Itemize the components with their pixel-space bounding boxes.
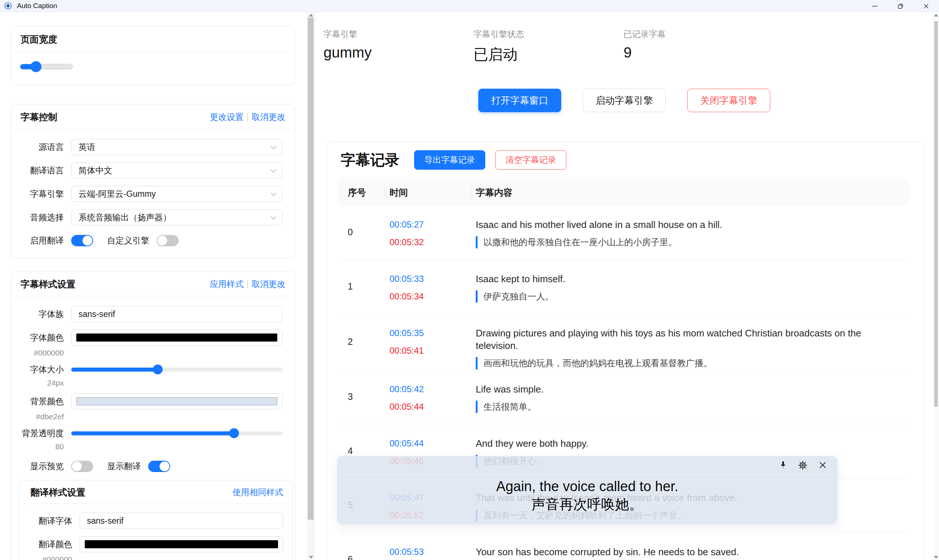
overlay-caption-text: Again, the voice called to her. [337,478,837,495]
enable-translation-label: 启用翻译 [20,235,64,246]
overlay-settings-button[interactable] [797,460,808,471]
caption-control-title: 字幕控制 [20,111,57,123]
end-time: 00:05:32 [390,236,471,248]
show-translation-label: 显示翻译 [107,461,141,472]
font-size-value: 24px [20,378,64,388]
font-family-input[interactable]: sans-serif [71,306,282,322]
start-time: 00:05:27 [390,218,471,231]
chevron-down-icon [271,144,276,149]
table-row: 3 00:05:42 00:05:44 Life was simple. 生活很… [337,370,909,424]
font-size-slider[interactable] [71,363,282,375]
caption-text: Isaac and his mother lived alone in a sm… [476,218,902,231]
audio-source-label: 音频选择 [20,212,64,223]
bg-color-picker[interactable] [71,393,282,409]
stat-engine: 字幕引擎 gummy [324,29,473,65]
caption-text: Drawing pictures and playing with his to… [476,327,902,352]
window-title: Auto Caption [17,2,57,10]
cancel-changes-link[interactable]: 取消更改 [251,112,285,122]
show-preview-toggle[interactable] [71,461,93,472]
apply-style-link[interactable]: 应用样式 [210,279,244,289]
target-language-label: 翻译语言 [20,165,64,176]
bg-opacity-slider-thumb[interactable] [229,428,239,438]
start-engine-button[interactable]: 启动字幕引擎 [583,89,666,112]
font-color-label: 字体颜色 [20,332,64,343]
target-language-select[interactable]: 简体中文 [71,162,282,178]
clear-records-button[interactable]: 清空字幕记录 [495,150,566,170]
translation-color-value: #000000 [28,555,72,560]
stat-engine-status: 字幕引擎状态 已启动 [473,29,624,65]
caption-engine-select[interactable]: 云端-阿里云-Gummy [71,186,282,202]
start-time: 00:05:42 [390,383,471,395]
caption-engine-label: 字幕引擎 [20,188,64,200]
translation-color-swatch [85,540,278,548]
stop-engine-button[interactable]: 关闭字幕引擎 [688,89,770,112]
scroll-down-icon[interactable] [934,556,938,558]
caption-text: Life was simple. [476,383,902,395]
chevron-down-icon [271,167,276,173]
translation-marker [476,357,478,369]
start-time: 00:05:35 [390,327,471,339]
end-time: 00:05:44 [390,401,471,413]
bg-opacity-value: 80 [20,442,64,451]
bg-opacity-slider[interactable] [71,427,282,439]
minimize-button[interactable] [862,0,888,12]
use-same-style-link[interactable]: 使用相同样式 [233,488,283,497]
translation-font-input[interactable]: sans-serif [80,513,283,529]
custom-engine-toggle[interactable] [157,235,179,246]
show-preview-label: 显示预览 [20,461,64,472]
sidebar-scrollbar[interactable] [307,12,315,560]
audio-source-select[interactable]: 系统音频输出（扬声器） [71,209,282,225]
bg-color-swatch [76,397,277,405]
page-width-title: 页面宽度 [20,33,57,45]
close-button[interactable] [913,0,939,12]
overlay-close-button[interactable] [817,460,828,471]
font-size-slider-thumb[interactable] [153,365,163,375]
scroll-up-icon[interactable] [934,14,938,17]
enable-translation-toggle[interactable] [71,235,93,246]
translation-font-label: 翻译字体 [28,515,72,527]
pin-icon [778,460,788,470]
translation-marker [476,290,478,303]
main-scrollbar-thumb[interactable] [934,21,938,407]
titlebar: Auto Caption [0,0,939,12]
col-time: 时间 [385,180,471,205]
scroll-up-icon[interactable] [309,14,313,17]
bg-opacity-label: 背景透明度 [20,428,64,439]
translation-style-title: 翻译样式设置 [31,486,85,498]
show-translation-toggle[interactable] [148,461,170,472]
scroll-down-icon[interactable] [309,556,313,558]
source-language-label: 源语言 [20,142,64,153]
link-divider: | [247,112,249,122]
end-time: 00:05:34 [390,290,471,303]
font-size-label: 字体大小 [20,364,64,375]
start-time: 00:05:44 [390,437,471,450]
caption-text: Your son has become corrupted by sin. He… [476,546,902,558]
font-color-picker[interactable] [71,329,282,346]
engine-actions: 打开字幕窗口 启动字幕引擎 关闭字幕引擎 [315,89,933,112]
page-width-slider[interactable] [20,61,73,72]
page-width-slider-thumb[interactable] [31,61,42,72]
restore-button[interactable] [888,0,913,12]
open-caption-window-button[interactable]: 打开字幕窗口 [478,89,561,112]
chevron-down-icon [271,191,276,197]
sidebar-scrollbar-thumb[interactable] [308,18,314,520]
translation-style-card: 翻译样式设置 使用相同样式 翻译字体 sans-serif 翻译颜色 [19,480,292,560]
overlay-caption-translation: 声音再次呼唤她。 [337,495,837,514]
settings-sidebar: 页面宽度 字幕控制 更改设置|取消更改 源语言 [0,12,307,560]
pin-button[interactable] [777,460,789,471]
close-icon [922,3,930,10]
bg-color-value: #dbe2ef [20,412,64,421]
custom-engine-label: 自定义引擎 [107,235,149,246]
cancel-style-link[interactable]: 取消更改 [251,279,285,289]
caption-style-card: 字幕样式设置 应用样式|取消更改 字体族 sans-serif 字体颜色 [11,271,295,560]
translation-marker [476,401,478,413]
caption-overlay-window[interactable]: Again, the voice called to her. 声音再次呼唤她。 [337,456,837,524]
source-language-select[interactable]: 英语 [71,139,282,155]
stat-recorded-count: 已记录字幕 9 [624,29,774,65]
end-time: 00:05:41 [390,345,471,357]
translation-color-picker[interactable] [80,536,283,552]
main-scrollbar[interactable] [933,12,939,560]
export-records-button[interactable]: 导出字幕记录 [414,150,485,170]
caption-translation: 伊萨克独自一人。 [483,290,554,303]
change-settings-link[interactable]: 更改设置 [210,112,244,122]
